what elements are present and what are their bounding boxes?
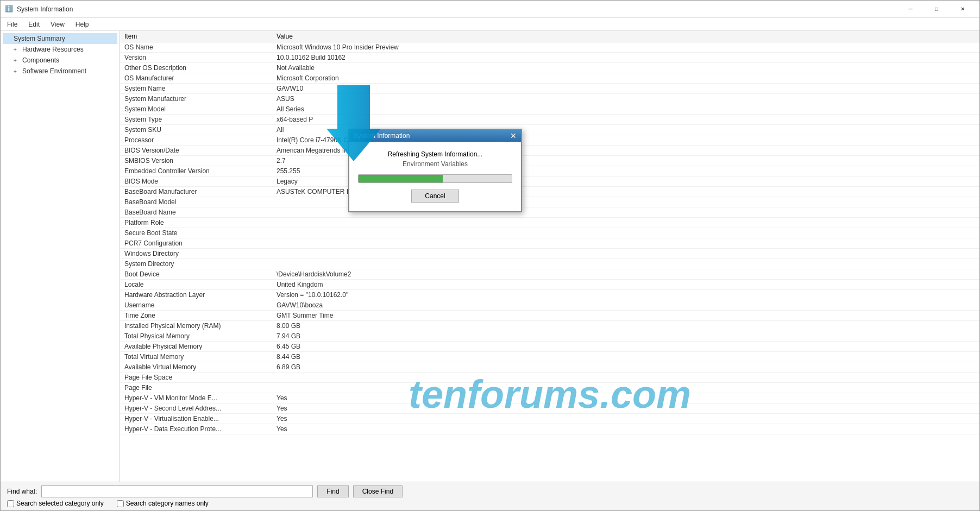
expand-icon-software: + (14, 68, 20, 74)
table-cell-item: Processor (120, 135, 272, 146)
find-row: Find what: Find Close Find (7, 485, 973, 497)
table-row: SMBIOS Version2.7 (120, 156, 979, 166)
table-cell-value: GAVW10\booza (272, 300, 979, 311)
dialog-title-bar: System Information ✕ (349, 130, 521, 142)
table-cell-item: Available Physical Memory (120, 342, 272, 352)
table-cell-value (272, 383, 979, 393)
table-row: ProcessorIntel(R) Core i7-4790K CPU @ 4.… (120, 135, 979, 146)
table-row: Version10.0.10162 Build 10162 (120, 53, 979, 63)
table-cell-item: Available Virtual Memory (120, 362, 272, 373)
title-bar-left: ℹ️ System Information (5, 5, 73, 14)
table-cell-item: Boot Device (120, 269, 272, 280)
dialog-cancel-button[interactable]: Cancel (411, 190, 458, 203)
table-cell-item: System Model (120, 104, 272, 115)
table-cell-value: Yes (272, 403, 979, 414)
find-input[interactable] (41, 485, 313, 497)
menu-help[interactable]: Help (71, 20, 93, 29)
table-cell-value: 6.45 GB (272, 342, 979, 352)
table-cell-item: Hyper-V - Virtualisation Enable... (120, 414, 272, 424)
table-row: OS ManufacturerMicrosoft Corporation (120, 73, 979, 84)
table-cell-item: System SKU (120, 125, 272, 135)
table-row: Installed Physical Memory (RAM)8.00 GB (120, 321, 979, 331)
table-row: BIOS Version/DateAmerican Megatrends Inc… (120, 146, 979, 156)
menu-file[interactable]: File (3, 20, 22, 29)
close-button[interactable]: ✕ (950, 1, 975, 17)
table-cell-item: Version (120, 53, 272, 63)
content-area: Item Value OS NameMicrosoft Windows 10 P… (120, 31, 979, 482)
table-row: Platform Role (120, 218, 979, 228)
table-cell-item: BaseBoard Model (120, 197, 272, 207)
table-cell-value: GMT Summer Time (272, 311, 979, 321)
checkbox-selected-category[interactable]: Search selected category only (7, 500, 104, 507)
refresh-dialog: System Information ✕ Refreshing System I… (348, 129, 522, 212)
sidebar-label-hardware: Hardware Resources (22, 46, 84, 53)
table-cell-item: OS Manufacturer (120, 73, 272, 84)
table-cell-item: Time Zone (120, 311, 272, 321)
table-cell-item: Platform Role (120, 218, 272, 228)
table-row: BaseBoard Name (120, 207, 979, 218)
dialog-close-icon[interactable]: ✕ (510, 132, 517, 140)
close-find-button[interactable]: Close Find (353, 485, 403, 497)
minimize-button[interactable]: ─ (898, 1, 923, 17)
table-cell-item: Embedded Controller Version (120, 166, 272, 176)
table-cell-value: 7.94 GB (272, 331, 979, 342)
table-row: Embedded Controller Version255.255 (120, 166, 979, 176)
maximize-button[interactable]: □ (924, 1, 949, 17)
table-row: System NameGAVW10 (120, 84, 979, 94)
sidebar-item-hardware-resources[interactable]: + Hardware Resources (3, 44, 117, 55)
checkbox-names-label: Search category names only (126, 500, 209, 507)
checkbox-selected-input[interactable] (7, 500, 14, 507)
table-row: BIOS ModeLegacy (120, 176, 979, 187)
table-cell-item: Hyper-V - VM Monitor Mode E... (120, 393, 272, 403)
table-row: Page File (120, 383, 979, 393)
sidebar-label-software: Software Environment (22, 67, 86, 75)
expand-icon-components: + (14, 58, 20, 64)
menu-bar: File Edit View Help (1, 18, 979, 31)
table-cell-value: \Device\HarddiskVolume2 (272, 269, 979, 280)
table-cell-item: OS Name (120, 42, 272, 53)
table-cell-item: BaseBoard Name (120, 207, 272, 218)
checkbox-names-input[interactable] (117, 500, 124, 507)
table-cell-value: Microsoft Corporation (272, 73, 979, 84)
menu-view[interactable]: View (46, 20, 69, 29)
progress-bar-container (358, 174, 512, 183)
table-row: Windows Directory (120, 249, 979, 259)
table-cell-value (272, 228, 979, 238)
table-cell-value: Yes (272, 393, 979, 403)
table-cell-value: United Kingdom (272, 280, 979, 290)
col-header-item: Item (120, 31, 272, 42)
table-cell-value (272, 249, 979, 259)
window-title: System Information (17, 5, 73, 13)
table-row: PCR7 Configuration (120, 238, 979, 249)
app-icon: ℹ️ (5, 5, 14, 14)
checkbox-category-names[interactable]: Search category names only (117, 500, 209, 507)
table-row: UsernameGAVW10\booza (120, 300, 979, 311)
sidebar: System Summary + Hardware Resources + Co… (1, 31, 120, 482)
table-row: System Typex64-based P (120, 115, 979, 125)
table-row: Time ZoneGMT Summer Time (120, 311, 979, 321)
table-row: System ModelAll Series (120, 104, 979, 115)
sidebar-item-system-summary[interactable]: System Summary (3, 33, 117, 44)
menu-edit[interactable]: Edit (24, 20, 44, 29)
table-cell-value: GAVW10 (272, 84, 979, 94)
table-row: System SKUAll (120, 125, 979, 135)
dialog-status-text: Refreshing System Information... (358, 150, 512, 158)
table-row: Hardware Abstraction LayerVersion = "10.… (120, 290, 979, 300)
table-row: Hyper-V - Virtualisation Enable...Yes (120, 414, 979, 424)
dialog-title-text: System Information (354, 132, 410, 140)
info-table: Item Value OS NameMicrosoft Windows 10 P… (120, 31, 979, 434)
progress-bar-fill (359, 175, 443, 182)
table-cell-value: 8.00 GB (272, 321, 979, 331)
sidebar-item-software-environment[interactable]: + Software Environment (3, 66, 117, 77)
dialog-body: Refreshing System Information... Environ… (349, 142, 521, 211)
checkbox-row: Search selected category only Search cat… (7, 500, 973, 507)
table-cell-item: Other OS Description (120, 63, 272, 73)
table-cell-value: 6.89 GB (272, 362, 979, 373)
sidebar-item-components[interactable]: + Components (3, 55, 117, 66)
table-cell-item: Username (120, 300, 272, 311)
table-row: Secure Boot State (120, 228, 979, 238)
table-cell-item: Page File Space (120, 373, 272, 383)
table-cell-item: Page File (120, 383, 272, 393)
find-button[interactable]: Find (317, 485, 348, 497)
main-content: System Summary + Hardware Resources + Co… (1, 31, 979, 482)
